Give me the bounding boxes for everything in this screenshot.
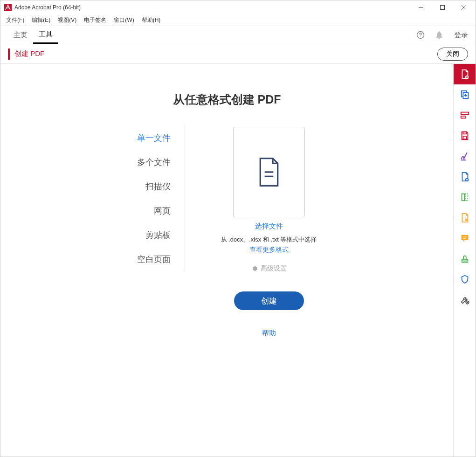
select-file-link[interactable]: 选择文件 bbox=[255, 222, 283, 231]
source-scanner[interactable]: 扫描仪 bbox=[101, 174, 175, 199]
rail-create-pdf[interactable] bbox=[454, 64, 476, 84]
svg-rect-11 bbox=[461, 112, 469, 115]
tool-header: 创建 PDF 关闭 bbox=[0, 44, 476, 64]
svg-rect-21 bbox=[462, 259, 468, 261]
advanced-label: 高级设置 bbox=[261, 264, 287, 273]
main-wrap: 从任意格式创建 PDF 单一文件 多个文件 扫描仪 网页 剪贴板 空白页面 bbox=[0, 64, 476, 457]
source-clipboard[interactable]: 剪贴板 bbox=[101, 223, 175, 247]
close-window-button[interactable] bbox=[453, 0, 475, 14]
svg-rect-14 bbox=[463, 136, 466, 139]
rail-save[interactable] bbox=[454, 125, 476, 146]
bell-icon[interactable] bbox=[433, 28, 446, 42]
svg-rect-1 bbox=[441, 6, 445, 10]
center-panel: 选择文件 从 .docx、.xlsx 和 .txt 等格式中选择 查看更多格式 … bbox=[185, 126, 353, 338]
rail-comment[interactable] bbox=[454, 228, 476, 249]
menubar: 文件(F) 编辑(E) 视图(V) 电子签名 窗口(W) 帮助(H) bbox=[0, 14, 476, 26]
rail-sign[interactable] bbox=[454, 146, 476, 166]
window-title: Adobe Acrobat Pro (64-bit) bbox=[14, 4, 410, 11]
rail-edit[interactable] bbox=[454, 105, 476, 125]
rail-export-pdf[interactable] bbox=[454, 208, 476, 228]
maximize-button[interactable] bbox=[432, 0, 453, 14]
svg-rect-13 bbox=[463, 132, 466, 134]
source-blank-page[interactable]: 空白页面 bbox=[101, 247, 175, 271]
help-icon[interactable] bbox=[414, 28, 427, 42]
rail-export[interactable] bbox=[454, 166, 476, 187]
tab-home[interactable]: 主页 bbox=[8, 27, 33, 43]
rail-combine[interactable] bbox=[454, 84, 476, 105]
svg-rect-17 bbox=[462, 194, 464, 201]
source-list: 单一文件 多个文件 扫描仪 网页 剪贴板 空白页面 bbox=[101, 126, 185, 271]
svg-point-5 bbox=[420, 37, 421, 37]
login-link[interactable]: 登录 bbox=[454, 31, 468, 40]
menu-help[interactable]: 帮助(H) bbox=[139, 15, 164, 25]
file-icon bbox=[256, 157, 282, 187]
gear-icon bbox=[251, 265, 258, 272]
content: 从任意格式创建 PDF 单一文件 多个文件 扫描仪 网页 剪贴板 空白页面 bbox=[0, 64, 453, 457]
rail-stamp[interactable] bbox=[454, 249, 476, 269]
tab-tools[interactable]: 工具 bbox=[33, 26, 58, 44]
menu-edit[interactable]: 编辑(E) bbox=[29, 15, 53, 25]
menu-file[interactable]: 文件(F) bbox=[3, 15, 27, 25]
more-formats-link[interactable]: 查看更多格式 bbox=[249, 246, 289, 254]
formats-text: 从 .docx、.xlsx 和 .txt 等格式中选择 bbox=[221, 235, 317, 244]
page-heading: 从任意格式创建 PDF bbox=[173, 92, 281, 107]
rail-organize[interactable] bbox=[454, 187, 476, 208]
tool-rail bbox=[453, 64, 476, 457]
tool-name: 创建 PDF bbox=[14, 49, 437, 58]
tabsbar: 主页 工具 登录 bbox=[0, 26, 476, 44]
help-link[interactable]: 帮助 bbox=[262, 329, 276, 338]
svg-rect-18 bbox=[465, 194, 468, 201]
close-tool-button[interactable]: 关闭 bbox=[437, 48, 468, 61]
svg-rect-12 bbox=[461, 116, 465, 118]
menu-esign[interactable]: 电子签名 bbox=[81, 15, 109, 25]
source-webpage[interactable]: 网页 bbox=[101, 199, 175, 223]
panel: 单一文件 多个文件 扫描仪 网页 剪贴板 空白页面 选择文件 从 .doc bbox=[101, 126, 353, 338]
minimize-button[interactable] bbox=[410, 0, 432, 14]
source-multiple-files[interactable]: 多个文件 bbox=[101, 150, 175, 174]
tool-accent-bar bbox=[8, 48, 10, 60]
rail-more-tools[interactable] bbox=[454, 290, 476, 310]
file-dropzone[interactable] bbox=[233, 127, 305, 217]
app-icon bbox=[4, 4, 12, 11]
menu-window[interactable]: 窗口(W) bbox=[111, 15, 137, 25]
create-button[interactable]: 创建 bbox=[234, 291, 304, 310]
advanced-settings: 高级设置 bbox=[251, 264, 287, 273]
source-single-file[interactable]: 单一文件 bbox=[101, 126, 175, 150]
rail-protect[interactable] bbox=[454, 269, 476, 290]
menu-view[interactable]: 视图(V) bbox=[55, 15, 79, 25]
titlebar: Adobe Acrobat Pro (64-bit) bbox=[0, 0, 476, 14]
